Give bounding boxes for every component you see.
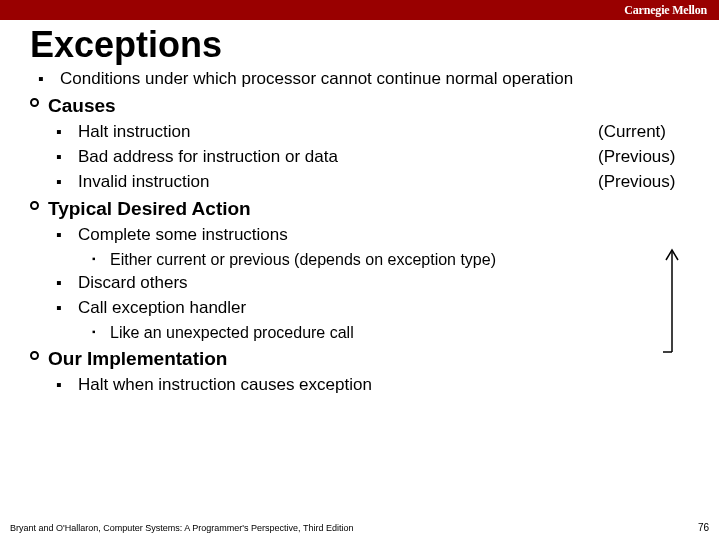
intro-line: Conditions under which processor cannot … bbox=[60, 68, 719, 91]
cause-item: Invalid instruction (Previous) bbox=[78, 171, 719, 194]
impl-item: Halt when instruction causes exception bbox=[78, 374, 719, 397]
footer: Bryant and O'Hallaron, Computer Systems:… bbox=[10, 522, 709, 533]
section-causes: Causes Halt instruction (Current) Bad ad… bbox=[48, 93, 719, 194]
cause-label: Bad address for instruction or data bbox=[78, 146, 598, 169]
cause-tag: (Previous) bbox=[598, 146, 698, 169]
cause-label: Halt instruction bbox=[78, 121, 598, 144]
cause-label: Invalid instruction bbox=[78, 171, 598, 194]
cause-item: Bad address for instruction or data (Pre… bbox=[78, 146, 719, 169]
page-number: 76 bbox=[698, 522, 709, 533]
action-subitem: Either current or previous (depends on e… bbox=[110, 249, 719, 271]
cause-item: Halt instruction (Current) bbox=[78, 121, 719, 144]
top-bar: Carnegie Mellon bbox=[0, 0, 719, 20]
footer-citation: Bryant and O'Hallaron, Computer Systems:… bbox=[10, 523, 353, 533]
action-item: Discard others bbox=[78, 272, 719, 295]
action-head: Typical Desired Action bbox=[48, 198, 251, 219]
action-item: Call exception handler Like an unexpecte… bbox=[78, 297, 719, 344]
impl-head: Our Implementation bbox=[48, 348, 227, 369]
up-arrow-annotation bbox=[663, 246, 681, 354]
cause-tag: (Previous) bbox=[598, 171, 698, 194]
section-impl: Our Implementation Halt when instruction… bbox=[48, 346, 719, 397]
causes-head: Causes bbox=[48, 95, 116, 116]
section-action: Typical Desired Action Complete some ins… bbox=[48, 196, 719, 344]
action-text: Complete some instructions bbox=[78, 225, 288, 244]
cause-tag: (Current) bbox=[598, 121, 698, 144]
slide-body: Conditions under which processor cannot … bbox=[30, 68, 719, 397]
brand-text: Carnegie Mellon bbox=[624, 3, 707, 18]
action-item: Complete some instructions Either curren… bbox=[78, 224, 719, 271]
action-text: Call exception handler bbox=[78, 298, 246, 317]
slide-title: Exceptions bbox=[30, 24, 719, 66]
action-subitem: Like an unexpected procedure call bbox=[110, 322, 719, 344]
